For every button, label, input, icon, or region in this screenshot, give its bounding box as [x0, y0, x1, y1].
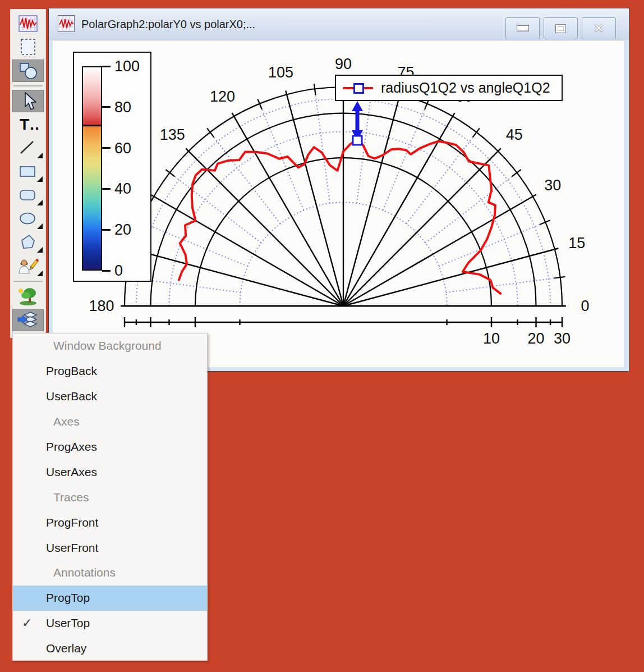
restore-button[interactable]	[544, 17, 578, 39]
menu-item-userfront[interactable]: UserFront	[13, 535, 207, 560]
color-scale-divider	[82, 125, 102, 126]
color-scale-tick-label: 0	[114, 262, 123, 280]
trace-legend[interactable]: radiusQ1Q2 vs angleQ1Q2	[335, 75, 563, 101]
graph-window: PolarGraph2:polarY0 vs polarX0;... ✕ 015…	[48, 8, 629, 372]
menu-item-overlay[interactable]: Overlay	[13, 636, 207, 661]
menu-item-useraxes[interactable]: UserAxes	[13, 459, 207, 484]
menu-header-annotations: Annotations	[13, 560, 207, 586]
freehand-tool-button[interactable]	[12, 255, 44, 277]
data-trace[interactable]	[179, 140, 500, 294]
shapes-icon	[17, 61, 39, 80]
color-scale-tick	[102, 229, 111, 231]
menu-item-progfront[interactable]: ProgFront	[13, 510, 207, 535]
color-scale-tick	[102, 106, 111, 108]
rounded-rectangle-icon	[17, 186, 39, 205]
menu-item-progaxes[interactable]: ProgAxes	[13, 435, 207, 460]
polar-spoke	[343, 248, 558, 306]
marquee-button[interactable]	[12, 36, 44, 58]
menu-item-progtop[interactable]: ProgTop	[13, 586, 207, 611]
ellipse-tool-button[interactable]	[12, 208, 44, 230]
angle-tick-label: 45	[506, 126, 523, 143]
polar-spoke	[150, 195, 343, 307]
polar-grid-dotted-radial	[446, 277, 560, 292]
menu-item-label: Axes	[53, 415, 80, 428]
menu-item-label: UserAxes	[46, 465, 97, 479]
restore-icon	[555, 24, 566, 33]
window-titlebar[interactable]: PolarGraph2:polarY0 vs polarX0;... ✕	[49, 8, 629, 40]
polar-spoke	[286, 91, 343, 306]
radius-tick-label: 10	[483, 330, 500, 347]
graph-mode-button[interactable]	[12, 12, 44, 35]
tree-icon	[17, 287, 39, 306]
menu-item-label: Overlay	[46, 642, 86, 655]
minimize-icon	[517, 25, 529, 31]
minimize-button[interactable]	[505, 17, 540, 39]
menu-item-usertop[interactable]: ✓UserTop	[13, 611, 207, 636]
checkmark-icon: ✓	[22, 616, 32, 630]
menu-item-label: UserTop	[46, 616, 90, 630]
menu-item-userback[interactable]: UserBack	[13, 384, 207, 409]
polar-spoke	[343, 91, 401, 306]
angle-tick-label: 0	[581, 298, 589, 314]
angle-tick-label: 120	[210, 88, 235, 105]
flyout-corner-icon	[37, 176, 43, 182]
polar-spoke	[343, 195, 536, 307]
text-icon: T…	[17, 115, 39, 134]
picture-tool-button[interactable]	[12, 285, 44, 308]
close-icon: ✕	[594, 22, 604, 35]
rectangle-icon	[17, 162, 39, 181]
menu-item-label: Annotations	[53, 566, 116, 579]
menu-header-window-background: Window Background	[13, 333, 207, 359]
legend-selection-handle[interactable]	[353, 83, 364, 94]
close-button[interactable]: ✕	[582, 17, 616, 39]
marquee-icon	[17, 38, 39, 57]
window-title: PolarGraph2:polarY0 vs polarX0;...	[81, 8, 255, 40]
color-scale-tick-label: 20	[114, 221, 131, 239]
menu-header-axes: Axes	[13, 409, 207, 435]
polar-spoke	[232, 113, 344, 306]
polygon-tool-button[interactable]	[12, 231, 44, 254]
flyout-corner-icon	[37, 247, 43, 253]
layers-icon	[17, 310, 39, 330]
polar-grid-dotted-radial	[260, 104, 304, 211]
pointer-button[interactable]	[12, 90, 44, 112]
color-scale-tick	[102, 270, 111, 272]
angle-tick-label: 90	[335, 56, 352, 72]
toolbar-divider	[13, 85, 43, 86]
selection-arrow-head-up	[352, 101, 363, 111]
selection-handle[interactable]	[353, 136, 362, 145]
svg-text:T…: T…	[20, 116, 39, 133]
color-scale-annotation[interactable]: 100806040200	[73, 52, 151, 282]
desktop: { "window": { "title": "PolarGraph2:pola…	[0, 0, 644, 672]
flyout-corner-icon	[37, 223, 43, 229]
radius-tick-label: 20	[527, 330, 544, 347]
polar-spoke	[186, 148, 343, 306]
angle-tick-label: 180	[89, 298, 114, 314]
rectangle-tool-button[interactable]	[12, 161, 44, 183]
graph-wave-icon	[17, 14, 39, 33]
polar-outer-tick	[314, 84, 316, 95]
rounded-rect-tool-button[interactable]	[12, 184, 44, 207]
color-scale-tick	[102, 188, 111, 190]
polygon-icon	[17, 233, 39, 252]
ellipse-icon	[17, 209, 39, 228]
text-tool-button[interactable]: T…	[12, 113, 44, 136]
menu-item-progback[interactable]: ProgBack	[13, 359, 207, 384]
legend-label: radiusQ1Q2 vs angleQ1Q2	[381, 76, 550, 99]
angle-tick-label: 105	[268, 64, 293, 81]
layer-dropdown-menu: Window BackgroundProgBackUserBackAxesPro…	[12, 333, 208, 661]
shapes-button[interactable]	[12, 60, 44, 82]
radius-tick-label: 30	[554, 330, 571, 347]
line-tool-button[interactable]	[12, 137, 44, 159]
menu-item-label: Window Background	[53, 339, 162, 353]
menu-item-label: ProgAxes	[46, 440, 97, 454]
polar-outer-tick	[554, 277, 565, 278]
person-pencil-icon	[17, 257, 39, 276]
menu-item-label: Traces	[53, 491, 89, 504]
color-scale-tick	[102, 66, 111, 67]
polar-grid-dotted-radial	[439, 222, 545, 267]
polar-spoke	[128, 248, 343, 306]
layers-tool-button[interactable]	[12, 309, 44, 331]
menu-item-label: UserFront	[46, 541, 98, 555]
color-scale-tick-label: 100	[114, 58, 140, 75]
